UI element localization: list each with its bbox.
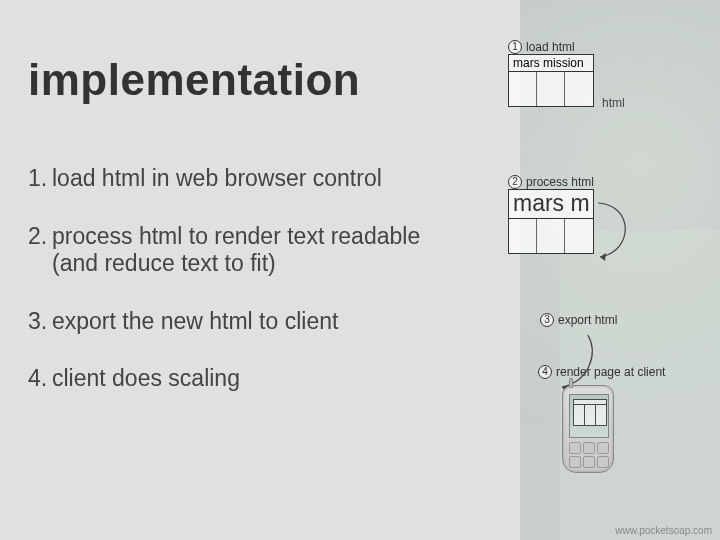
mini-cell: [585, 405, 596, 425]
diagram-step-3: 3 export html: [540, 313, 617, 327]
mini-cell: [574, 405, 585, 425]
steps-list: 1. load html in web browser control 2. p…: [28, 165, 458, 423]
diagram-step-1: 1 load html mars mission html: [508, 40, 594, 107]
phone-button: [569, 456, 581, 468]
step-bubble-icon: 1: [508, 40, 522, 54]
caption-text: export html: [558, 313, 617, 327]
table-cell: [565, 72, 593, 106]
curved-arrow-icon: [568, 199, 638, 264]
step-bubble-icon: 3: [540, 313, 554, 327]
mini-table-cells: [574, 405, 606, 425]
list-text: client does scaling: [52, 365, 458, 393]
diagram-step-2: 2 process html mars m: [508, 175, 594, 254]
list-item: 3. export the new html to client: [28, 308, 458, 336]
mini-cell: [596, 405, 606, 425]
side-caption: html: [602, 96, 625, 110]
table-cell: [509, 219, 537, 253]
list-text: export the new html to client: [52, 308, 458, 336]
diagram-step-4: 4 render page at client: [538, 365, 665, 379]
table-cell: [537, 219, 565, 253]
phone-buttons: [569, 442, 609, 468]
phone-screen: [569, 394, 609, 438]
list-number: 1.: [28, 165, 52, 193]
phone-button: [597, 456, 609, 468]
mini-browser-table: mars mission: [508, 54, 594, 107]
slide: implementation 1. load html in web brows…: [0, 0, 720, 540]
diagram-caption: 2 process html: [508, 175, 594, 189]
mini-table: [573, 399, 607, 426]
phone-button: [597, 442, 609, 454]
table-cell: [509, 72, 537, 106]
curved-arrow-icon: [550, 333, 600, 393]
caption-text: load html: [526, 40, 575, 54]
diagram-caption: 1 load html: [508, 40, 594, 54]
list-text: process html to render text readable (an…: [52, 223, 458, 278]
table-header: mars mission: [509, 55, 593, 72]
list-text: load html in web browser control: [52, 165, 458, 193]
phone-button: [583, 442, 595, 454]
page-title: implementation: [28, 55, 360, 105]
list-number: 4.: [28, 365, 52, 393]
step-bubble-icon: 4: [538, 365, 552, 379]
step-bubble-icon: 2: [508, 175, 522, 189]
diagram-caption: 4 render page at client: [538, 365, 665, 379]
table-cells: [509, 72, 593, 106]
phone-antenna: [569, 378, 573, 388]
caption-text: render page at client: [556, 365, 665, 379]
list-item: 1. load html in web browser control: [28, 165, 458, 193]
phone-button: [583, 456, 595, 468]
list-item: 4. client does scaling: [28, 365, 458, 393]
table-cell: [537, 72, 565, 106]
list-item: 2. process html to render text readable …: [28, 223, 458, 278]
list-number: 2.: [28, 223, 52, 278]
phone-icon: [562, 385, 614, 473]
list-number: 3.: [28, 308, 52, 336]
phone-button: [569, 442, 581, 454]
caption-text: process html: [526, 175, 594, 189]
footer-credit: www.pocketsoap.com: [615, 525, 712, 536]
diagram-caption: 3 export html: [540, 313, 617, 327]
